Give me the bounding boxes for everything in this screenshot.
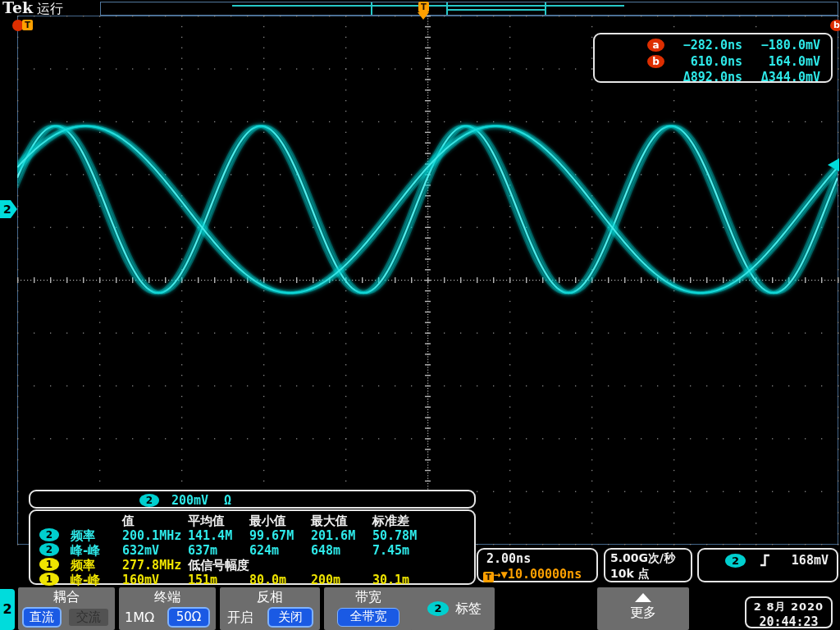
meas-name: 频率 — [71, 558, 95, 573]
meas-row-ch2-freq: 2 频率 200.1MHz 141.4M 99.67M 201.6M 50.78… — [30, 528, 474, 542]
meas-std: 30.1m — [372, 573, 409, 587]
record-cursor-line-b — [446, 9, 546, 11]
meas-value: 277.8MHz — [122, 558, 181, 573]
meas-max: 201.6M — [311, 528, 355, 543]
meas-header-std: 标准差 — [372, 514, 409, 529]
meas-row-ch2-pkpk: 2 峰-峰 632mV 637m 624m 648m 7.45m — [30, 543, 474, 557]
meas-max: 648m — [311, 543, 340, 558]
termination-1m-button[interactable]: 1MΩ — [125, 609, 154, 625]
bandwidth-full-button[interactable]: 全带宽 — [337, 608, 399, 627]
meas-value: 160mV — [122, 573, 159, 587]
datetime-box: 2 8月 2020 20:44:23 — [745, 596, 833, 628]
label-channel-badge: 2 — [427, 601, 449, 616]
date-label: 2 8月 2020 — [746, 600, 831, 614]
menu-channel-tab[interactable]: 2 — [0, 589, 15, 630]
menu-panel-termination[interactable]: 终端 1MΩ 50Ω — [119, 587, 216, 630]
menu-panel-label[interactable]: 2 标签 — [410, 587, 495, 630]
meas-std: 7.45m — [372, 543, 409, 558]
channel2-vscale: 200mV — [171, 493, 208, 508]
acquisition-status: 运行 — [37, 1, 63, 18]
cursor-readout-box: a −282.0ns −180.0mV b 610.0ns 164.0mV Δ8… — [593, 33, 833, 83]
up-triangle-icon — [635, 593, 651, 602]
meas-row-ch1-freq: 1 频率 277.8MHz 低信号幅度 — [30, 558, 474, 572]
menu-panel-invert[interactable]: 反相 开启 关闭 — [220, 587, 320, 630]
meas-mean: 637m — [188, 543, 217, 558]
record-tick-2 — [446, 2, 448, 15]
record-view-bar — [100, 2, 838, 16]
menu-title: 耦合 — [18, 589, 115, 606]
menu-panel-bandwidth[interactable]: 带宽 全带宽 — [324, 587, 413, 630]
delay-arrows-icon: →▼ — [494, 568, 508, 581]
trigger-source-badge: 2 — [725, 554, 746, 568]
meas-row-ch1-pkpk: 1 峰-峰 160mV 151m 80.0m 200m 30.1m — [30, 573, 474, 587]
menu-panel-more[interactable]: 更多 — [597, 587, 689, 630]
more-button[interactable]: 更多 — [597, 605, 689, 622]
rising-edge-icon — [758, 552, 772, 572]
meas-header-value: 值 — [122, 514, 135, 529]
cursor-b-offscreen-icon[interactable]: b — [830, 20, 840, 31]
record-length: 10k 点 — [610, 567, 650, 582]
cursor-a-voltage: −180.0mV — [595, 38, 820, 52]
cursor-delta-voltage: Δ344.0mV — [595, 70, 820, 84]
tek-logo: Tek — [2, 0, 33, 16]
meas-value: 200.1MHz — [122, 528, 181, 543]
measurement-table: 值 平均值 最小值 最大值 标准差 2 频率 200.1MHz 141.4M 9… — [29, 509, 476, 585]
meas-mean: 151m — [188, 573, 217, 587]
horizontal-scale: 2.00ns — [486, 551, 531, 566]
trigger-offscreen-marker[interactable]: T — [22, 20, 33, 30]
trigger-t-icon: T — [483, 572, 494, 582]
trigger-level: 168mV — [792, 553, 829, 568]
menu-panel-coupling[interactable]: 耦合 直流 交流 — [18, 587, 115, 630]
meas-header-mean: 平均值 — [188, 514, 225, 529]
invert-off-button[interactable]: 关闭 — [267, 607, 313, 628]
time-label: 20:44:23 — [746, 614, 831, 629]
channel-scale-box: 2 200mV Ω — [29, 490, 476, 509]
meas-header-min: 最小值 — [249, 514, 286, 529]
meas-std: 50.78M — [372, 528, 417, 543]
record-tick-1 — [371, 2, 372, 15]
meas-name: 峰-峰 — [71, 543, 100, 559]
meas-name: 频率 — [71, 528, 95, 544]
coupling-ac-button[interactable]: 交流 — [69, 609, 108, 626]
meas-max: 200m — [311, 573, 340, 587]
coupling-dc-button[interactable]: 直流 — [22, 607, 62, 628]
meas-warning: 低信号幅度 — [188, 558, 249, 573]
menu-title: 反相 — [220, 589, 320, 606]
label-menu-button[interactable]: 标签 — [455, 600, 482, 618]
channel2-impedance: Ω — [224, 493, 231, 508]
ch1-badge: 1 — [39, 558, 59, 571]
meas-header-max: 最大值 — [311, 514, 348, 529]
menu-title: 终端 — [119, 589, 216, 606]
horizontal-readout-box: 2.00ns T→▼10.00000ns — [477, 548, 598, 582]
invert-on-button[interactable]: 开启 — [227, 609, 253, 627]
ch2-badge: 2 — [39, 543, 59, 556]
cursor-b-voltage: 164.0mV — [595, 54, 820, 69]
meas-mean: 141.4M — [188, 528, 232, 543]
termination-50-button[interactable]: 50Ω — [167, 607, 210, 628]
channel2-badge: 2 — [139, 494, 159, 507]
meas-min: 80.0m — [249, 573, 286, 587]
trigger-level-arrow-icon[interactable] — [828, 158, 839, 171]
trigger-position-arrow-icon — [418, 12, 429, 20]
acquisition-readout-box: 5.00G次/秒 10k 点 — [604, 548, 692, 582]
meas-min: 99.67M — [249, 528, 294, 543]
meas-name: 峰-峰 — [71, 573, 100, 588]
trigger-readout-box: 2 168mV — [697, 548, 838, 582]
record-tick-3 — [545, 2, 546, 15]
sample-rate: 5.00G次/秒 — [610, 551, 675, 566]
trigger-position-flag[interactable]: T — [418, 2, 429, 12]
menu-title: 带宽 — [324, 589, 413, 606]
horizontal-delay: 10.00000ns — [508, 567, 582, 582]
meas-value: 632mV — [122, 543, 159, 558]
ch1-badge: 1 — [39, 573, 59, 586]
meas-min: 624m — [249, 543, 279, 558]
ch2-badge: 2 — [39, 528, 59, 541]
oscilloscope-screen: Tek 运行 已被触发 T T b 2 a −282.0ns −180.0mV … — [0, 0, 840, 630]
